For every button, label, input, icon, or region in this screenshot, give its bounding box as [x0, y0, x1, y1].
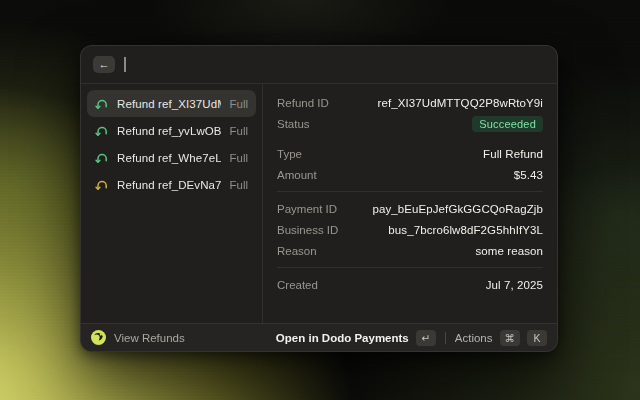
command-palette-window: ← Refund ref_XI37UdMTTQQ2... Full: [80, 45, 558, 352]
footer-divider: [445, 332, 446, 344]
detail-value: some reason: [475, 245, 543, 257]
list-item-label: Refund ref_yvLwOBYSDAVb...: [117, 125, 221, 137]
list-item-accessory: Full: [229, 98, 248, 110]
detail-row-payment-id: Payment ID pay_bEuEpJefGkGGCQoRagZjb: [277, 198, 543, 219]
extension-title: View Refunds: [114, 332, 185, 344]
search-field-wrap: [124, 57, 545, 72]
detail-row-amount: Amount $5.43: [277, 164, 543, 185]
refund-arrow-icon: [95, 151, 109, 165]
refund-list: Refund ref_XI37UdMTTQQ2... Full Refund r…: [81, 84, 263, 323]
detail-label: Amount: [277, 169, 317, 181]
refund-arrow-icon: [95, 124, 109, 138]
back-button[interactable]: ←: [93, 56, 115, 73]
detail-value: $5.43: [514, 169, 543, 181]
desktop-background: { "header": { "back_icon": "←", "search_…: [0, 0, 640, 400]
refund-arrow-icon: [95, 97, 109, 111]
detail-label: Created: [277, 279, 318, 291]
return-key-icon: ↵: [416, 330, 436, 346]
search-input[interactable]: [126, 57, 545, 72]
detail-label: Reason: [277, 245, 317, 257]
list-item-label: Refund ref_XI37UdMTTQQ2...: [117, 98, 221, 110]
list-item[interactable]: Refund ref_Whe7eLpfTr0gd... Full: [87, 144, 256, 171]
list-item-label: Refund ref_Whe7eLpfTr0gd...: [117, 152, 221, 164]
back-arrow-icon: ←: [99, 59, 110, 70]
detail-value: Jul 7, 2025: [486, 279, 543, 291]
list-item[interactable]: Refund ref_DEvNa7IfHIjnZQl... Full: [87, 171, 256, 198]
detail-label: Refund ID: [277, 97, 329, 109]
actions-menu-button[interactable]: Actions ⌘ K: [455, 330, 547, 346]
detail-row-reason: Reason some reason: [277, 240, 543, 261]
search-header: ←: [81, 46, 557, 84]
dodo-payments-logo: [91, 330, 106, 345]
refund-arrow-icon: [95, 178, 109, 192]
primary-action-open-in-dodo-payments[interactable]: Open in Dodo Payments ↵: [276, 330, 436, 346]
list-item-label: Refund ref_DEvNa7IfHIjnZQl...: [117, 179, 221, 191]
detail-row-business-id: Business ID bus_7bcro6lw8dF2G5hhIfY3L: [277, 219, 543, 240]
detail-label: Payment ID: [277, 203, 337, 215]
detail-divider: [277, 267, 543, 268]
content-split: Refund ref_XI37UdMTTQQ2... Full Refund r…: [81, 84, 557, 323]
status-badge: Succeeded: [472, 116, 543, 132]
command-key-icon: ⌘: [500, 330, 521, 346]
list-item-accessory: Full: [229, 179, 248, 191]
action-bar: View Refunds Open in Dodo Payments ↵ Act…: [81, 323, 557, 351]
section-gap: [277, 134, 543, 143]
list-item-accessory: Full: [229, 125, 248, 137]
detail-label: Type: [277, 148, 302, 160]
detail-value: pay_bEuEpJefGkGGCQoRagZjb: [372, 203, 543, 215]
k-key: K: [527, 330, 547, 346]
detail-label: Business ID: [277, 224, 338, 236]
primary-action-label: Open in Dodo Payments: [276, 332, 409, 344]
list-item[interactable]: Refund ref_yvLwOBYSDAVb... Full: [87, 117, 256, 144]
detail-row-created: Created Jul 7, 2025: [277, 274, 543, 295]
detail-row-status: Status Succeeded: [277, 113, 543, 134]
detail-label: Status: [277, 118, 310, 130]
detail-divider: [277, 191, 543, 192]
detail-value: bus_7bcro6lw8dF2G5hhIfY3L: [388, 224, 543, 236]
refund-detail-panel: Refund ID ref_XI37UdMTTQQ2P8wRtoY9i Stat…: [263, 84, 557, 323]
actions-label: Actions: [455, 332, 493, 344]
list-item-accessory: Full: [229, 152, 248, 164]
detail-row-refund-id: Refund ID ref_XI37UdMTTQQ2P8wRtoY9i: [277, 92, 543, 113]
detail-value: Full Refund: [483, 148, 543, 160]
detail-value: ref_XI37UdMTTQQ2P8wRtoY9i: [378, 97, 543, 109]
detail-row-type: Type Full Refund: [277, 143, 543, 164]
list-item[interactable]: Refund ref_XI37UdMTTQQ2... Full: [87, 90, 256, 117]
